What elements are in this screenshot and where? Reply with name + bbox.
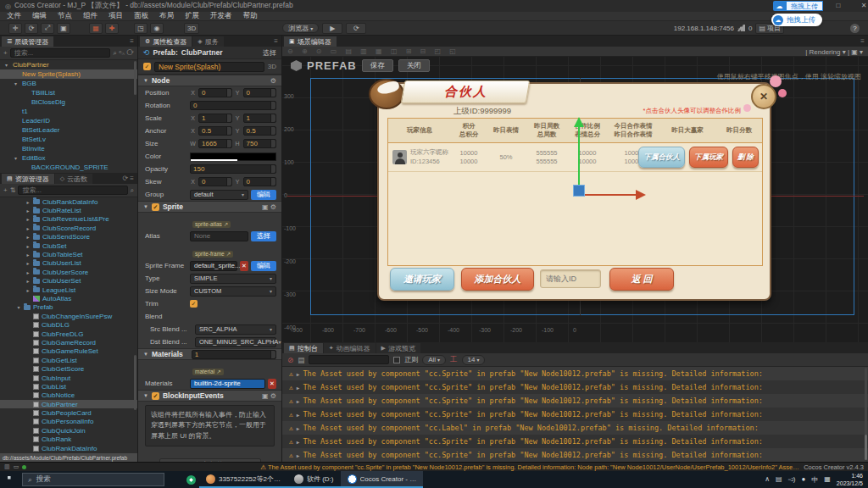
expand-arrow-icon[interactable]: ▸ — [25, 243, 31, 249]
expand-arrow-icon[interactable]: ▸ — [25, 287, 31, 293]
asset-item[interactable]: ▸ClubTableSet — [0, 250, 137, 258]
asset-item[interactable]: ClubPersonalInfo — [0, 418, 137, 426]
panel-menu-icon[interactable]: ≡ — [130, 37, 134, 45]
expand-arrow-icon[interactable]: ▸ — [25, 269, 31, 275]
material-value[interactable]: builtin-2d-sprite — [190, 379, 265, 389]
sprite-frame-value[interactable]: default_sprite... — [190, 261, 237, 271]
asset-item[interactable]: ClubInput — [0, 374, 137, 382]
menu-item[interactable]: 布局 — [159, 11, 174, 21]
asset-item[interactable]: ▸LeagueList — [0, 286, 137, 294]
group-dropdown[interactable]: default▾ — [190, 190, 248, 200]
asset-item[interactable]: ClubGetList — [0, 356, 137, 364]
tab-assets[interactable]: ▤资源管理器 — [2, 174, 54, 184]
gizmo-y-axis[interactable] — [578, 127, 580, 186]
asset-item[interactable]: ClubDLG — [0, 320, 137, 329]
scene-toolbar-icons[interactable]: ⊖ ⊕ ⊙ ▭ ▤ ▥ ▦ ◫ ⊞ ⊟ ◰ ◱ — [282, 47, 868, 57]
gear-icon[interactable]: ⚙ — [270, 77, 276, 85]
menu-item[interactable]: 面板 — [134, 11, 148, 21]
dialog-close-button[interactable]: ✕ — [751, 84, 776, 109]
anchor-y-input[interactable]: 0.5 — [243, 126, 277, 136]
log-level-dropdown[interactable]: All▾ — [422, 355, 446, 365]
transform-tool-button[interactable]: ▣ — [57, 23, 70, 34]
tab-panel[interactable]: ▶游戏预览 — [376, 343, 420, 353]
row-button[interactable]: 下属合伙人 — [638, 147, 685, 168]
frame-edit-button[interactable]: 编辑 — [251, 261, 276, 271]
tray-icon[interactable]: ◅) — [788, 475, 796, 485]
panel-menu-icon[interactable]: ≡ — [860, 37, 865, 45]
menu-item[interactable]: 项目 — [108, 11, 123, 21]
gear-icon[interactable]: ⚙ — [270, 203, 276, 211]
transform-tool-button[interactable]: ⟳ — [25, 23, 38, 34]
gizmo-center-handle[interactable] — [573, 185, 585, 197]
expand-arrow-icon[interactable]: ▾ — [14, 80, 19, 86]
add-node-button[interactable]: + — [3, 49, 8, 57]
sprite-type-dropdown[interactable]: SIMPLE▾ — [190, 274, 276, 284]
assets-search-input[interactable] — [18, 186, 127, 195]
paint-tool-button[interactable]: ▦ — [89, 23, 103, 34]
expand-arrow-icon[interactable]: ▸ — [25, 208, 31, 214]
asset-item[interactable]: ClubGameRuleSet — [0, 347, 137, 356]
console-scroll-thumb[interactable] — [865, 435, 867, 460]
start-button[interactable] — [0, 471, 22, 488]
dst-blend-dropdown[interactable]: ONE_MINUS_SRC_ALPHA▾ — [195, 337, 276, 347]
asset-item[interactable]: ▾Prefab — [0, 303, 137, 312]
trash-icon[interactable]: ▭ — [14, 463, 19, 470]
back-button[interactable]: 返 回 — [609, 268, 674, 291]
play-button[interactable]: ▶ — [322, 23, 342, 34]
console-row[interactable]: ⚠▶The Asset used by component "cc.Sprite… — [282, 408, 868, 421]
asset-item[interactable]: ClubGetScore — [0, 364, 137, 373]
node-3d-toggle[interactable]: 3D — [268, 63, 276, 70]
console-filter-input[interactable] — [309, 355, 389, 364]
color-swatch[interactable] — [190, 152, 276, 161]
console-row[interactable]: ⚠▶The Asset used by component "cc.Sprite… — [282, 435, 868, 448]
asset-item[interactable]: ClubList — [0, 382, 137, 391]
asset-item[interactable]: ClubQuickJoin — [0, 426, 137, 435]
view-tool-button[interactable]: ◉ — [150, 23, 164, 34]
tab-hierarchy[interactable]: ☰层级管理器 — [2, 36, 53, 47]
expand-arrow-icon[interactable]: ▸ — [25, 252, 31, 258]
size-h-input[interactable]: 750 — [243, 139, 277, 148]
refresh-button[interactable]: ⟳ — [346, 23, 366, 34]
gear-icon[interactable]: ⚙ — [270, 392, 276, 400]
console-row[interactable]: ⚠▶The Asset used by component "cc.Sprite… — [282, 448, 868, 462]
materials-count-input[interactable]: 1 — [192, 350, 276, 359]
gizmo-x-axis[interactable] — [585, 194, 636, 196]
menu-item[interactable]: 扩展 — [185, 11, 199, 21]
expand-arrow-icon[interactable]: ▸ — [25, 216, 31, 222]
copy-icon[interactable]: ▣ — [262, 203, 269, 211]
asset-item[interactable]: ▸ClubRateList — [0, 206, 137, 214]
hierarchy-node[interactable]: LeaderID — [0, 116, 137, 125]
tray-icon[interactable]: ● — [801, 475, 805, 485]
prefab-close-button[interactable]: 关闭 — [398, 59, 430, 72]
hierarchy-node[interactable]: BtSetLeader — [0, 125, 137, 135]
taskbar-app[interactable]: 软件 (D:) — [287, 471, 341, 488]
tab-inspector[interactable]: ⚙属性检查器 — [140, 36, 192, 47]
export-log-icon[interactable]: ▤ — [298, 356, 304, 364]
help-icon[interactable]: ? — [850, 24, 860, 33]
mode-3d-button[interactable]: 3D — [184, 23, 199, 34]
prefab-save-button[interactable]: 保存 — [362, 59, 393, 72]
player-avatar[interactable] — [392, 150, 407, 164]
rotation-input[interactable]: 0 — [190, 101, 276, 110]
skew-y-input[interactable]: 0 — [243, 177, 277, 186]
row-button[interactable]: 下属玩家 — [689, 147, 728, 168]
console-row[interactable]: ⚠▶The Asset used by component "cc.Sprite… — [282, 367, 868, 380]
tab-console[interactable]: ▤控制台 — [284, 343, 323, 353]
asset-item[interactable]: ▸ClubScoreRecord — [0, 224, 137, 232]
expand-arrow-icon[interactable]: ▸ — [25, 278, 31, 284]
menu-item[interactable]: 开发者 — [210, 11, 232, 21]
asset-item[interactable]: ▸ClubRankDataInfo — [0, 197, 137, 206]
hierarchy-node[interactable]: TBillList — [0, 88, 137, 97]
tray-icon[interactable]: ▤ — [776, 475, 782, 485]
drag-upload-button-1[interactable]: ☁ 拖拽上传 — [773, 1, 823, 11]
anchor-x-input[interactable]: 0.5 — [198, 126, 232, 136]
opacity-input[interactable]: 150 — [190, 164, 276, 174]
materials-section-header[interactable]: ▼Materials 1 — [138, 348, 281, 360]
prefab-sync-icon[interactable]: ⟲ — [143, 48, 150, 57]
row-button[interactable]: 删 除 — [732, 147, 759, 168]
hierarchy-node[interactable]: BACKGROUND_SPRITE — [0, 163, 137, 172]
expand-arrow-icon[interactable]: ▾ — [14, 155, 19, 161]
asset-item[interactable]: ▸ClubSendScore — [0, 233, 137, 241]
tray-icon[interactable]: ▦ — [824, 475, 831, 485]
prefab-select-button[interactable]: 选择 — [263, 48, 276, 58]
